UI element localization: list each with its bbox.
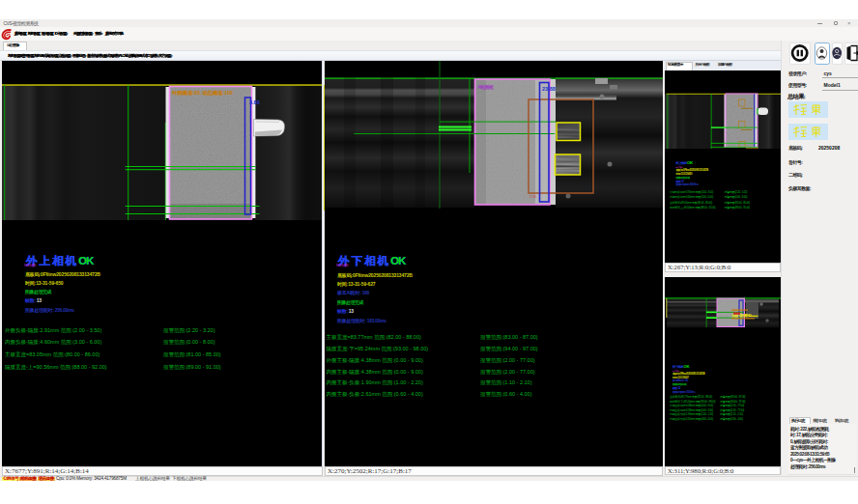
svg-text:AI: AI [719,300,722,303]
svg-text:AI检测框: AI检测框 [477,84,494,91]
svg-text:5.36: 5.36 [529,195,536,199]
svg-text:针脚阈值:93, 动态阈值:100: 针脚阈值:93, 动态阈值:100 [171,90,233,97]
svg-text:3.88: 3.88 [249,99,260,105]
svg-text:23.88: 23.88 [542,86,556,92]
